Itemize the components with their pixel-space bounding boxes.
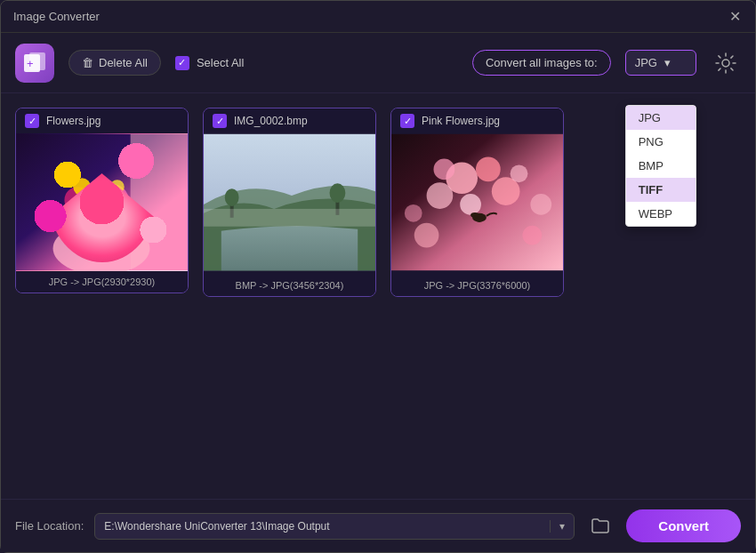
path-dropdown-button[interactable]: ▾ — [550, 520, 574, 533]
svg-point-3 — [722, 60, 729, 67]
svg-point-33 — [522, 226, 542, 245]
svg-rect-4 — [16, 134, 188, 270]
delete-all-button[interactable]: 🗑 Delete All — [68, 50, 161, 76]
select-all-text: Select All — [197, 56, 244, 69]
svg-point-10 — [109, 201, 134, 226]
chevron-down-icon: ▾ — [664, 56, 671, 69]
format-option-tiff[interactable]: TIFF — [626, 178, 696, 202]
footer: File Location: ▾ Convert — [1, 499, 755, 552]
format-option-webp[interactable]: WEBP — [626, 202, 696, 226]
image-card-1: IMG_0002.bmp — [203, 108, 376, 297]
file-location-label: File Location: — [15, 519, 84, 533]
select-all-label[interactable]: Select All — [175, 56, 244, 70]
delete-all-label: Delete All — [99, 56, 148, 69]
app-icon: + — [15, 44, 54, 83]
format-option-bmp[interactable]: BMP — [626, 154, 696, 178]
format-option-png[interactable]: PNG — [626, 130, 696, 154]
format-selected-value: JPG — [635, 56, 657, 69]
file-path-wrapper: ▾ — [94, 513, 575, 540]
svg-point-5 — [53, 222, 150, 271]
card-filename-2: Pink Flowers.jpg — [422, 115, 500, 127]
svg-point-31 — [405, 204, 422, 222]
svg-point-8 — [64, 187, 91, 213]
file-path-input[interactable] — [95, 514, 550, 539]
select-all-checkbox[interactable] — [175, 56, 189, 70]
window-title: Image Converter — [13, 10, 100, 23]
card-thumbnail-0 — [16, 133, 188, 271]
svg-point-12 — [110, 180, 125, 194]
svg-point-29 — [470, 212, 479, 218]
title-bar: Image Converter ✕ — [1, 1, 755, 33]
svg-point-7 — [97, 184, 129, 216]
svg-point-25 — [460, 194, 481, 215]
image-card-0: Flowers.jpg — [15, 108, 189, 293]
card-thumbnail-2 — [391, 133, 563, 275]
svg-point-11 — [73, 178, 91, 196]
svg-rect-13 — [131, 134, 188, 270]
toolbar: + 🗑 Delete All Select All Convert all im… — [1, 33, 755, 93]
close-button[interactable]: ✕ — [727, 9, 743, 25]
image-card-2: Pink Flowers.jpg — [390, 108, 564, 297]
card-filename-1: IMG_0002.bmp — [234, 115, 308, 127]
svg-point-27 — [511, 164, 528, 182]
card-header-1: IMG_0002.bmp — [204, 108, 375, 133]
card-caption-1: BMP -> JPG(3456*2304) — [204, 275, 375, 296]
format-option-jpg[interactable]: JPG — [626, 106, 696, 130]
trash-icon: 🗑 — [82, 56, 93, 69]
card-checkbox-1[interactable] — [213, 114, 227, 128]
card-filename-0: Flowers.jpg — [46, 115, 101, 127]
svg-point-18 — [330, 183, 346, 203]
card-caption-2: JPG -> JPG(3376*6000) — [391, 275, 563, 296]
format-select-container: JPG ▾ JPG PNG BMP TIFF WEBP — [625, 50, 696, 76]
card-header-2: Pink Flowers.jpg — [391, 108, 563, 133]
svg-text:+: + — [27, 57, 34, 70]
convert-all-images-label: Convert all images to: — [472, 50, 611, 76]
format-dropdown: JPG PNG BMP TIFF WEBP — [625, 105, 696, 227]
card-header-0: Flowers.jpg — [16, 108, 188, 133]
svg-point-30 — [530, 194, 551, 215]
svg-point-22 — [476, 157, 501, 182]
card-caption-0: JPG -> JPG(2930*2930) — [16, 271, 188, 293]
card-checkbox-2[interactable] — [400, 114, 414, 128]
open-folder-button[interactable] — [585, 511, 615, 541]
main-window: Image Converter ✕ + 🗑 Delete All Select … — [0, 0, 756, 553]
svg-point-26 — [434, 159, 455, 180]
convert-button[interactable]: Convert — [626, 509, 741, 542]
svg-rect-19 — [204, 209, 375, 227]
card-thumbnail-1 — [204, 133, 375, 275]
svg-point-9 — [88, 178, 115, 204]
format-select[interactable]: JPG ▾ — [625, 50, 696, 76]
card-checkbox-0[interactable] — [25, 114, 39, 128]
svg-point-23 — [427, 182, 454, 209]
svg-point-6 — [71, 189, 110, 228]
svg-point-32 — [414, 223, 439, 248]
svg-point-16 — [225, 188, 239, 206]
settings-icon[interactable] — [711, 48, 741, 78]
